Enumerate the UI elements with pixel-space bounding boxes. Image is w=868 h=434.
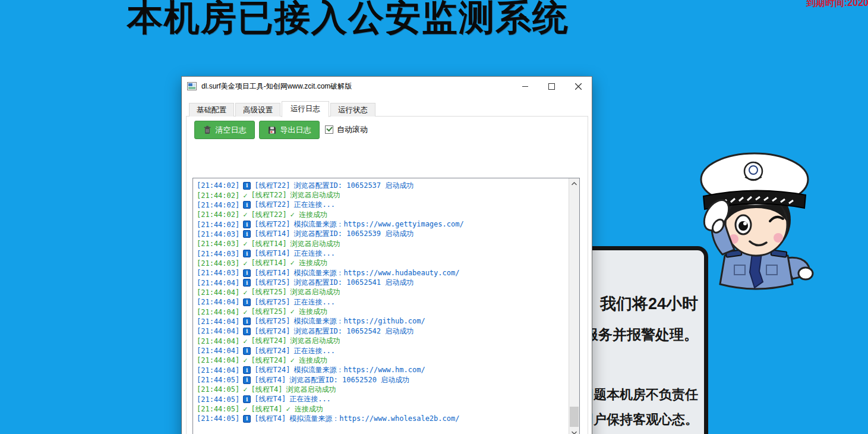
log-timestamp: [21:44:04] [197, 356, 239, 364]
app-window: dl.surf美金项目工具-知创网www.zcit.com破解版 基础配置高级设… [181, 76, 592, 434]
log-message: 模拟流量来源：https://www.wholesale2b.com/ [289, 414, 459, 424]
log-lines: [21:44:02]i[线程T22]浏览器配置ID: 10652537 启动成功… [197, 181, 566, 434]
log-line: [21:44:05]✓[线程T4]✓ 连接成功 [197, 404, 566, 414]
log-timestamp: [21:44:04] [197, 337, 239, 345]
check-icon: ✓ [243, 240, 247, 248]
check-icon: ✓ [243, 356, 247, 364]
log-timestamp: [21:44:04] [197, 317, 239, 326]
log-line: [21:44:04]i[线程T25]模拟流量来源：https://github.… [197, 317, 566, 326]
close-button[interactable] [565, 77, 592, 96]
log-thread: [线程T25] [251, 287, 286, 297]
check-icon: ✓ [243, 288, 247, 297]
log-timestamp: [21:44:03] [197, 240, 239, 248]
notice-line: 问题本机房不负责任 [580, 386, 698, 404]
autoscroll-checkbox[interactable] [325, 125, 333, 134]
log-line: [21:44:03]i[线程T14]模拟流量来源：https://www.hud… [197, 268, 566, 278]
log-line: [21:44:04]i[线程T24]模拟流量来源：https://www.hm.… [197, 366, 566, 375]
log-thread: [线程T25] [254, 278, 290, 288]
log-thread: [线程T14] [254, 229, 290, 239]
autoscroll-toggle[interactable]: 自动滚动 [325, 124, 368, 135]
log-message: ✓ 连接成功 [291, 210, 327, 220]
info-icon: i [243, 201, 251, 209]
log-line: [21:44:04]✓[线程T24]浏览器启动成功 [197, 336, 566, 346]
log-thread: [线程T22] [254, 181, 290, 191]
floppy-icon [268, 126, 276, 134]
check-icon: ✓ [243, 210, 247, 219]
log-line: [21:44:03]i[线程T14]浏览器配置ID: 10652539 启动成功 [197, 229, 566, 239]
log-thread: [线程T24] [254, 346, 290, 356]
check-icon: ✓ [243, 405, 247, 413]
info-icon: i [243, 328, 251, 335]
log-message: ✓ 连接成功 [291, 307, 327, 317]
autoscroll-label: 自动滚动 [337, 124, 368, 135]
log-line: [21:44:02]✓[线程T22]✓ 连接成功 [197, 210, 566, 219]
titlebar[interactable]: dl.surf美金项目工具-知创网www.zcit.com破解版 [182, 77, 592, 96]
app-icon [187, 81, 197, 91]
check-icon: ✓ [243, 385, 247, 394]
scroll-down-button[interactable] [569, 427, 579, 434]
minimize-button[interactable] [512, 77, 538, 96]
check-icon: ✓ [243, 191, 247, 200]
info-icon: i [243, 230, 251, 238]
log-line: [21:44:02]i[线程T22]正在连接... [197, 200, 566, 210]
info-icon: i [243, 347, 251, 355]
log-message: 浏览器配置ID: 10652537 启动成功 [293, 181, 414, 191]
log-message: 模拟流量来源：https://www.hudabeauty.com/ [293, 268, 459, 278]
log-thread: [线程T14] [254, 249, 290, 259]
log-message: 浏览器启动成功 [291, 336, 340, 346]
log-line: [21:44:05]i[线程T4]浏览器配置ID: 10652520 启动成功 [197, 375, 566, 385]
police-officer-illustration [688, 149, 825, 291]
info-icon: i [243, 317, 251, 325]
log-line: [21:44:05]✓[线程T4]浏览器启动成功 [197, 385, 566, 394]
tab-高级设置[interactable]: 高级设置 [235, 103, 280, 117]
log-timestamp: [21:44:02] [197, 181, 239, 190]
info-icon: i [243, 269, 251, 277]
log-thread: [线程T24] [254, 326, 290, 336]
check-icon: ✓ [243, 259, 247, 268]
log-message: 正在连接... [293, 249, 335, 259]
log-timestamp: [21:44:04] [197, 327, 239, 335]
notice-line: 》我们将24小时 [584, 293, 698, 315]
log-scrollbar[interactable] [569, 178, 579, 434]
log-message: 正在连接... [293, 297, 335, 307]
log-line: [21:44:02]i[线程T22]模拟流量来源：https://www.get… [197, 219, 566, 229]
close-icon [575, 83, 582, 90]
log-timestamp: [21:44:03] [197, 250, 239, 258]
export-log-button[interactable]: 导出日志 [259, 121, 320, 139]
log-thread: [线程T22] [251, 210, 286, 220]
log-timestamp: [21:44:05] [197, 405, 239, 413]
log-timestamp: [21:44:02] [197, 191, 239, 200]
maximize-icon [548, 83, 555, 90]
info-icon: i [243, 279, 251, 287]
log-message: 正在连接... [293, 346, 335, 356]
info-icon: i [243, 250, 251, 257]
log-thread: [线程T25] [251, 307, 286, 317]
log-timestamp: [21:44:04] [197, 308, 239, 316]
info-icon: i [243, 415, 251, 423]
tab-基础配置[interactable]: 基础配置 [189, 103, 234, 117]
info-icon: i [243, 221, 251, 228]
log-message: 模拟流量来源：https://github.com/ [293, 316, 425, 326]
scroll-up-button[interactable] [569, 178, 579, 188]
log-area[interactable]: [21:44:02]i[线程T22]浏览器配置ID: 10652537 启动成功… [192, 178, 580, 434]
log-line: [21:44:05]i[线程T4]正在连接... [197, 395, 566, 404]
scrollbar-thumb[interactable] [570, 407, 579, 427]
log-message: 浏览器配置ID: 10652542 启动成功 [293, 326, 414, 336]
log-message: ✓ 连接成功 [286, 404, 323, 414]
log-message: 模拟流量来源：https://www.gettyimages.com/ [293, 219, 463, 229]
tab-运行日志[interactable]: 运行日志 [282, 101, 329, 117]
clear-log-button[interactable]: 清空日志 [194, 121, 255, 139]
maximize-button[interactable] [538, 77, 565, 96]
info-icon: i [243, 182, 251, 190]
log-message: ✓ 连接成功 [291, 356, 327, 366]
log-message: 浏览器启动成功 [291, 239, 340, 249]
security-banner-text: 本机房已接入公安监测系统 [127, 0, 569, 42]
chevron-up-icon [572, 182, 577, 185]
log-timestamp: [21:44:02] [197, 210, 239, 219]
log-thread: [线程T25] [254, 297, 290, 307]
info-icon: i [243, 366, 251, 374]
log-timestamp: [21:44:04] [197, 298, 239, 306]
log-message: 浏览器配置ID: 10652539 启动成功 [293, 229, 414, 239]
log-thread: [线程T24] [251, 356, 286, 366]
tab-运行状态[interactable]: 运行状态 [330, 103, 375, 117]
